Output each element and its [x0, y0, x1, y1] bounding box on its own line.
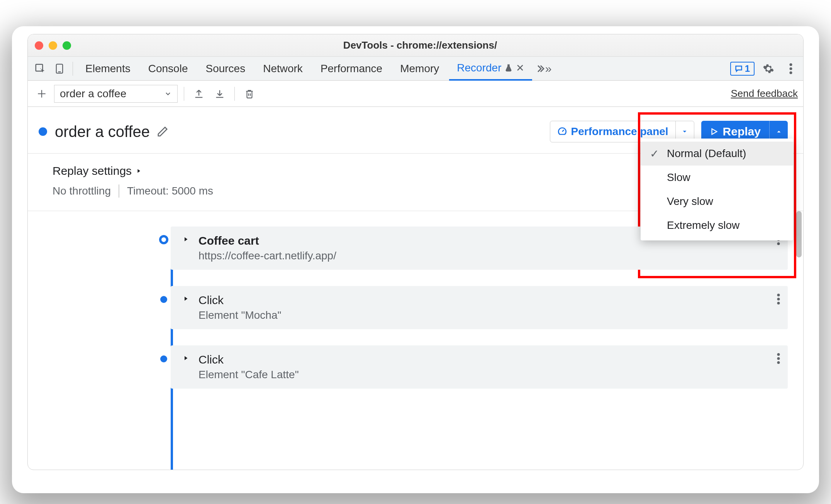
- export-button[interactable]: [190, 85, 207, 102]
- recording-status-dot: [39, 127, 47, 136]
- svg-point-13: [777, 302, 780, 304]
- svg-point-15: [777, 357, 780, 360]
- window-title: DevTools - chrome://extensions/: [71, 39, 769, 51]
- chevron-right-icon: [136, 168, 142, 174]
- svg-point-12: [777, 298, 780, 301]
- message-icon: [735, 65, 743, 73]
- recording-select[interactable]: order a coffee: [54, 85, 178, 103]
- flask-icon: [504, 64, 513, 72]
- new-recording-button[interactable]: [33, 85, 50, 102]
- maximize-window-button[interactable]: [63, 41, 71, 50]
- scrollbar[interactable]: [796, 211, 802, 257]
- svg-point-11: [777, 294, 780, 296]
- svg-point-10: [777, 242, 780, 245]
- tab-sources[interactable]: Sources: [198, 57, 253, 80]
- more-tabs-icon[interactable]: »: [534, 60, 551, 77]
- throttling-value: No throttling: [53, 185, 111, 197]
- recording-header: order a coffee Performance panel Replay: [28, 107, 803, 154]
- step-subtitle: Element "Mocha": [198, 309, 778, 321]
- svg-point-3: [790, 63, 792, 66]
- steps-timeline: Coffee cart https://coffee-cart.netlify.…: [28, 211, 803, 470]
- step-title: Click: [198, 294, 778, 307]
- step-menu-button[interactable]: [777, 294, 780, 304]
- play-icon: [710, 127, 718, 136]
- tab-recorder[interactable]: Recorder ✕: [449, 57, 532, 81]
- replay-speed-menu: ✓ Normal (Default) Slow Very slow Extrem…: [641, 139, 793, 240]
- tab-elements[interactable]: Elements: [78, 57, 138, 80]
- devtools-tabs: Elements Console Sources Network Perform…: [28, 57, 803, 81]
- caret-down-icon: [681, 128, 688, 135]
- close-tab-icon[interactable]: ✕: [516, 62, 524, 74]
- speed-option-extremely-slow[interactable]: Extremely slow: [641, 213, 793, 237]
- timeline-marker: [159, 235, 168, 244]
- step-click-1[interactable]: Click Element "Mocha": [171, 286, 788, 329]
- step-menu-button[interactable]: [777, 353, 780, 364]
- tab-network[interactable]: Network: [255, 57, 310, 80]
- tab-performance[interactable]: Performance: [313, 57, 390, 80]
- window-controls: [35, 41, 71, 50]
- step-subtitle: Element "Cafe Latte": [198, 369, 778, 381]
- send-feedback-link[interactable]: Send feedback: [731, 88, 798, 100]
- inspect-element-icon[interactable]: [32, 60, 49, 77]
- recorder-toolbar: order a coffee Send feedback: [28, 81, 803, 107]
- delete-button[interactable]: [241, 85, 258, 102]
- speed-option-normal[interactable]: ✓ Normal (Default): [641, 142, 793, 166]
- expand-step-icon[interactable]: [182, 236, 189, 243]
- expand-step-icon[interactable]: [182, 355, 189, 362]
- tab-console[interactable]: Console: [141, 57, 196, 80]
- kebab-menu-icon[interactable]: [782, 60, 799, 77]
- titlebar: DevTools - chrome://extensions/: [28, 34, 803, 57]
- expand-step-icon[interactable]: [182, 295, 189, 302]
- recording-name: order a coffee: [55, 123, 150, 140]
- svg-point-5: [790, 71, 792, 74]
- chevron-down-icon: [164, 90, 172, 98]
- gauge-icon: [557, 127, 567, 137]
- speed-option-slow[interactable]: Slow: [641, 166, 793, 189]
- tab-memory[interactable]: Memory: [392, 57, 447, 80]
- import-button[interactable]: [211, 85, 228, 102]
- issues-badge[interactable]: 1: [730, 62, 755, 76]
- timeline-marker: [160, 355, 167, 362]
- timeline-marker: [160, 296, 167, 303]
- check-icon: ✓: [650, 147, 667, 160]
- speed-option-very-slow[interactable]: Very slow: [641, 189, 793, 213]
- svg-point-16: [777, 361, 780, 364]
- step-subtitle: https://coffee-cart.netlify.app/: [198, 250, 778, 262]
- settings-icon[interactable]: [760, 60, 777, 77]
- svg-point-4: [790, 67, 792, 70]
- minimize-window-button[interactable]: [49, 41, 57, 50]
- devtools-window: DevTools - chrome://extensions/ Elements…: [27, 34, 804, 470]
- step-title: Click: [198, 353, 778, 366]
- device-toggle-icon[interactable]: [51, 60, 68, 77]
- caret-up-icon: [775, 128, 782, 135]
- edit-name-button[interactable]: [157, 126, 168, 137]
- svg-point-14: [777, 353, 780, 356]
- timeout-value: Timeout: 5000 ms: [127, 185, 213, 197]
- close-window-button[interactable]: [35, 41, 43, 50]
- step-click-2[interactable]: Click Element "Cafe Latte": [171, 345, 788, 389]
